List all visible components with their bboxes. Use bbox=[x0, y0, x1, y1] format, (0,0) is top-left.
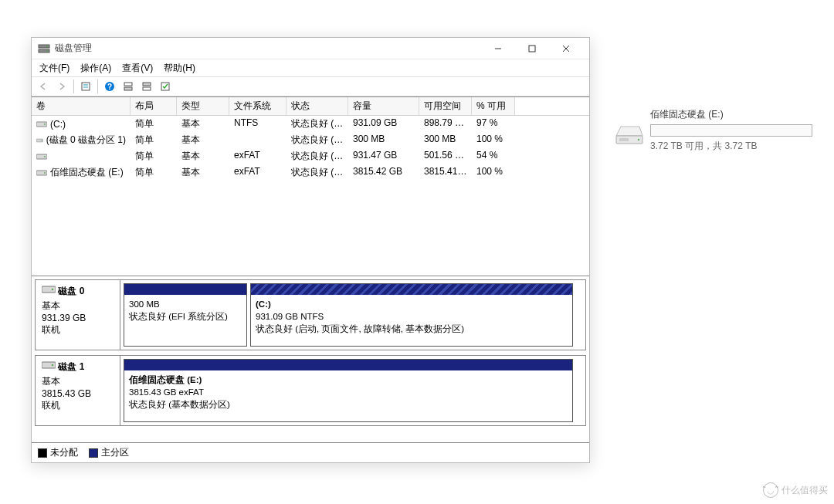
disk-graphic-area: 磁盘 0基本931.39 GB联机300 MB状态良好 (EFI 系统分区)(C… bbox=[32, 276, 589, 442]
svg-point-27 bbox=[52, 289, 53, 290]
volume-row[interactable]: 佰维固态硬盘 (E:)简单基本exFAT状态良好 (…3815.42 GB381… bbox=[32, 164, 589, 181]
svg-rect-8 bbox=[82, 83, 90, 90]
svg-rect-16 bbox=[143, 87, 151, 90]
close-button[interactable] bbox=[549, 38, 583, 59]
svg-rect-15 bbox=[143, 83, 151, 86]
smile-icon: ῀◡῀ bbox=[763, 482, 778, 498]
back-button[interactable] bbox=[35, 79, 52, 94]
menu-help[interactable]: 帮助(H) bbox=[159, 60, 200, 76]
svg-rect-0 bbox=[39, 45, 49, 48]
maximize-button[interactable] bbox=[515, 38, 549, 59]
settings-button[interactable] bbox=[157, 79, 174, 94]
disk-icon: 磁盘 1 bbox=[42, 360, 114, 374]
svg-point-21 bbox=[41, 140, 42, 140]
col-capacity[interactable]: 容量 bbox=[348, 97, 419, 115]
volume-list-header: 卷 布局 类型 文件系统 状态 容量 可用空间 % 可用 bbox=[32, 97, 589, 116]
col-filesystem[interactable]: 文件系统 bbox=[229, 97, 286, 115]
forward-button[interactable] bbox=[53, 79, 70, 94]
svg-point-3 bbox=[46, 50, 48, 52]
menu-action[interactable]: 操作(A) bbox=[76, 60, 116, 76]
drive-name: 佰维固态硬盘 (E:) bbox=[650, 108, 814, 121]
legend-unallocated: 未分配 bbox=[38, 446, 78, 459]
col-free[interactable]: 可用空间 bbox=[419, 97, 472, 115]
properties-button[interactable] bbox=[77, 79, 94, 94]
help-button[interactable]: ? bbox=[101, 79, 118, 94]
volume-row[interactable]: (磁盘 0 磁盘分区 1)简单基本状态良好 (…300 MB300 MB100 … bbox=[32, 132, 589, 148]
col-pct[interactable]: % 可用 bbox=[472, 97, 515, 115]
legend: 未分配 主分区 bbox=[32, 442, 589, 462]
drive-subtext: 3.72 TB 可用，共 3.72 TB bbox=[650, 140, 814, 153]
view-bottom-button[interactable] bbox=[138, 79, 155, 94]
col-status[interactable]: 状态 bbox=[286, 97, 348, 115]
watermark-text: 什么值得买 bbox=[781, 484, 828, 497]
svg-rect-14 bbox=[124, 87, 132, 90]
legend-primary: 主分区 bbox=[89, 446, 129, 459]
col-type[interactable]: 类型 bbox=[177, 97, 229, 115]
drive-info-panel: 佰维固态硬盘 (E:) 3.72 TB 可用，共 3.72 TB bbox=[613, 108, 814, 153]
disk-info[interactable]: 磁盘 1基本3815.43 GB联机 bbox=[36, 356, 120, 425]
watermark: ῀◡῀ 什么值得买 bbox=[763, 482, 828, 498]
disk-row: 磁盘 0基本931.39 GB联机300 MB状态良好 (EFI 系统分区)(C… bbox=[35, 279, 586, 350]
toolbar: ? bbox=[32, 76, 589, 96]
app-icon bbox=[38, 42, 50, 55]
disk-management-window: 磁盘管理 文件(F) 操作(A) 查看(V) 帮助(H) ? 卷 布局 类型 文… bbox=[31, 37, 590, 463]
svg-rect-28 bbox=[42, 362, 56, 368]
volume-row[interactable]: 简单基本exFAT状态良好 (…931.47 GB501.56 …54 % bbox=[32, 148, 589, 164]
col-volume[interactable]: 卷 bbox=[32, 97, 131, 115]
view-top-button[interactable] bbox=[120, 79, 137, 94]
minimize-button[interactable] bbox=[481, 38, 515, 59]
drive-icon bbox=[613, 122, 644, 147]
disk-row: 磁盘 1基本3815.43 GB联机佰维固态硬盘 (E:)3815.43 GB … bbox=[35, 355, 586, 426]
svg-point-23 bbox=[44, 156, 46, 157]
volume-row[interactable]: (C:)简单基本NTFS状态良好 (…931.09 GB898.79 …97 % bbox=[32, 116, 589, 132]
svg-rect-32 bbox=[619, 138, 629, 141]
svg-point-2 bbox=[46, 46, 48, 47]
menu-file[interactable]: 文件(F) bbox=[35, 60, 74, 76]
svg-rect-1 bbox=[39, 49, 49, 52]
disk-icon: 磁盘 0 bbox=[42, 285, 114, 298]
svg-point-19 bbox=[44, 123, 46, 125]
titlebar[interactable]: 磁盘管理 bbox=[32, 38, 589, 59]
disk-info[interactable]: 磁盘 0基本931.39 GB联机 bbox=[36, 280, 120, 350]
menubar: 文件(F) 操作(A) 查看(V) 帮助(H) bbox=[32, 59, 589, 76]
svg-rect-13 bbox=[124, 83, 132, 86]
svg-rect-26 bbox=[42, 286, 56, 293]
volume-list: 卷 布局 类型 文件系统 状态 容量 可用空间 % 可用 (C:)简单基本NTF… bbox=[32, 96, 589, 276]
svg-text:?: ? bbox=[107, 83, 112, 91]
window-title: 磁盘管理 bbox=[55, 42, 481, 55]
partition[interactable]: (C:)931.09 GB NTFS状态良好 (启动, 页面文件, 故障转储, … bbox=[250, 283, 573, 347]
svg-point-29 bbox=[52, 364, 53, 366]
drive-usage-bar bbox=[650, 124, 812, 137]
svg-point-31 bbox=[638, 139, 639, 140]
col-layout[interactable]: 布局 bbox=[131, 97, 177, 115]
svg-point-25 bbox=[44, 172, 46, 174]
svg-rect-5 bbox=[529, 46, 535, 52]
menu-view[interactable]: 查看(V) bbox=[117, 60, 158, 76]
partition[interactable]: 300 MB状态良好 (EFI 系统分区) bbox=[124, 283, 247, 347]
partition[interactable]: 佰维固态硬盘 (E:)3815.43 GB exFAT状态良好 (基本数据分区) bbox=[124, 359, 573, 422]
